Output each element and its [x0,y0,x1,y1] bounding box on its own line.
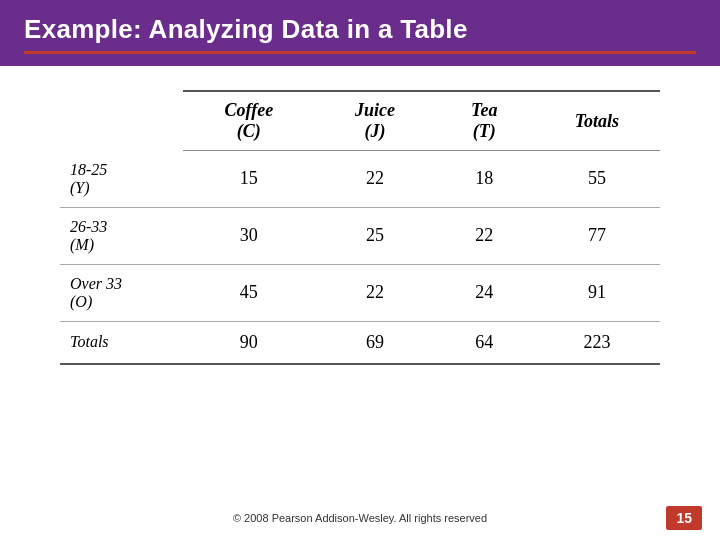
cell-juice-0: 22 [315,151,435,208]
cell-coffee-1: 30 [183,207,316,264]
footer: © 2008 Pearson Addison-Wesley. All right… [0,512,720,524]
content-area: Coffee (C) Juice (J) Tea (T) Totals [0,66,720,385]
cell-coffee-totals: 90 [183,321,316,364]
cell-total-0: 55 [534,151,660,208]
cell-tea-1: 22 [435,207,534,264]
row-label-2: Over 33 (O) [60,264,183,321]
slide: Example: Analyzing Data in a Table Coffe… [0,0,720,540]
row-label-totals: Totals [60,321,183,364]
page-number: 15 [666,506,702,530]
cell-juice-totals: 69 [315,321,435,364]
cell-tea-0: 18 [435,151,534,208]
header-totals: Totals [534,91,660,151]
header-tea: Tea (T) [435,91,534,151]
row-label-1: 26-33 (M) [60,207,183,264]
cell-coffee-0: 15 [183,151,316,208]
cell-juice-2: 22 [315,264,435,321]
header-juice: Juice (J) [315,91,435,151]
cell-tea-2: 24 [435,264,534,321]
cell-juice-1: 25 [315,207,435,264]
cell-total-1: 77 [534,207,660,264]
table-row: 18-25 (Y) 15 22 18 55 [60,151,660,208]
copyright-text: © 2008 Pearson Addison-Wesley. All right… [233,512,487,524]
cell-tea-totals: 64 [435,321,534,364]
cell-total-totals: 223 [534,321,660,364]
cell-coffee-2: 45 [183,264,316,321]
title-bar: Example: Analyzing Data in a Table [0,0,720,66]
header-row-label [60,91,183,151]
table-row: Over 33 (O) 45 22 24 91 [60,264,660,321]
row-label-0: 18-25 (Y) [60,151,183,208]
table-row-totals: Totals 90 69 64 223 [60,321,660,364]
cell-total-2: 91 [534,264,660,321]
table-row: 26-33 (M) 30 25 22 77 [60,207,660,264]
data-table: Coffee (C) Juice (J) Tea (T) Totals [60,90,660,365]
header-coffee: Coffee (C) [183,91,316,151]
slide-title: Example: Analyzing Data in a Table [24,14,468,44]
